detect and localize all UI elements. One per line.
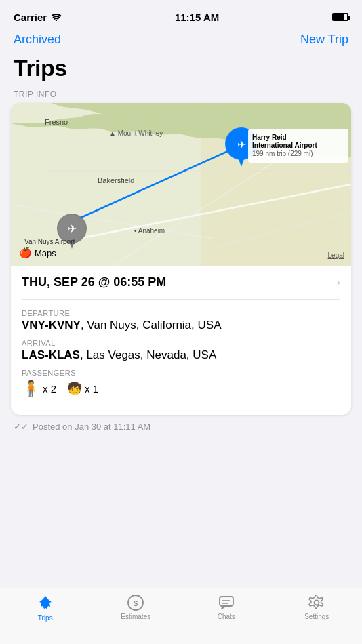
chats-icon — [218, 594, 235, 611]
child-count: x 1 — [85, 383, 98, 395]
arrival-label: ARRIVAL — [22, 339, 340, 347]
arrival-value: LAS-KLAS, Las Vegas, Nevada, USA — [22, 348, 340, 362]
battery-icon — [332, 13, 348, 21]
svg-rect-28 — [220, 597, 233, 606]
svg-text:• Anaheim: • Anaheim — [134, 227, 165, 235]
chevron-right-icon: › — [336, 275, 340, 289]
svg-text:Fresno: Fresno — [45, 118, 68, 126]
tab-settings[interactable]: Settings — [272, 594, 363, 620]
legal-label: Legal — [328, 251, 344, 259]
arrival-location: , Las Vegas, Nevada, USA — [80, 348, 216, 361]
adult-passenger: 🧍 x 2 — [22, 380, 56, 397]
page-title-area: Trips — [0, 52, 362, 89]
tab-estimates-label: Estimates — [121, 613, 150, 620]
svg-text:International Airport: International Airport — [252, 142, 317, 149]
tab-chats[interactable]: Chats — [181, 594, 272, 620]
svg-text:✈: ✈ — [68, 223, 77, 235]
departure-block: DEPARTURE VNY-KVNY, Van Nuys, California… — [22, 309, 340, 332]
tab-estimates[interactable]: $ Estimates — [91, 594, 182, 620]
svg-text:Van Nuys Airport: Van Nuys Airport — [24, 238, 75, 245]
status-bar: Carrier 11:15 AM — [0, 0, 362, 30]
wifi-icon — [51, 13, 62, 21]
nav-bar: Archived New Trip — [0, 30, 362, 52]
passengers-label: PASSENGERS — [22, 369, 340, 377]
new-trip-button[interactable]: New Trip — [300, 33, 348, 47]
svg-point-0 — [56, 20, 57, 21]
carrier-signal: Carrier — [14, 12, 62, 23]
tab-chats-label: Chats — [218, 613, 235, 620]
trips-icon — [36, 594, 55, 613]
tab-trips[interactable]: Trips — [0, 594, 91, 622]
departure-code: VNY-KVNY — [22, 319, 81, 331]
departure-location: , Van Nuys, California, USA — [81, 319, 222, 331]
section-label: TRIP INFO — [0, 89, 362, 103]
page-title: Trips — [14, 55, 348, 81]
trip-datetime-row[interactable]: THU, SEP 26 @ 06:55 PM › — [22, 275, 340, 300]
svg-text:$: $ — [134, 599, 138, 607]
tab-settings-label: Settings — [304, 613, 329, 620]
departure-value: VNY-KVNY, Van Nuys, California, USA — [22, 319, 340, 332]
child-icon: 🧒 — [67, 381, 82, 396]
tab-trips-label: Trips — [38, 614, 53, 622]
trip-details: THU, SEP 26 @ 06:55 PM › DEPARTURE VNY-K… — [11, 266, 351, 415]
passengers-block: PASSENGERS 🧍 x 2 🧒 x 1 — [22, 369, 340, 397]
settings-icon — [308, 594, 325, 611]
arrival-block: ARRIVAL LAS-KLAS, Las Vegas, Nevada, USA — [22, 339, 340, 362]
status-time: 11:15 AM — [175, 12, 219, 23]
double-check-icon: ✓✓ — [14, 422, 28, 432]
trip-datetime: THU, SEP 26 @ 06:55 PM — [22, 275, 166, 289]
tab-bar: Trips $ Estimates Chats Settings — [0, 588, 362, 644]
adult-icon: 🧍 — [22, 380, 40, 397]
arrival-code: LAS-KLAS — [22, 348, 80, 361]
archived-button[interactable]: Archived — [14, 33, 61, 47]
svg-text:199 nm trip (229 mi): 199 nm trip (229 mi) — [252, 150, 313, 157]
map-area: Fresno ▲ Mount Whitney Bakersfield • Ana… — [11, 103, 351, 266]
svg-text:Harry Reid: Harry Reid — [252, 134, 287, 141]
adult-count: x 2 — [43, 383, 56, 395]
svg-text:✈: ✈ — [237, 139, 246, 150]
posted-row: ✓✓ Posted on Jan 30 at 11:11 AM — [0, 415, 362, 441]
svg-point-31 — [315, 601, 319, 605]
apple-icon: 🍎 — [19, 247, 32, 259]
passengers-row: 🧍 x 2 🧒 x 1 — [22, 380, 340, 397]
map-svg: Fresno ▲ Mount Whitney Bakersfield • Ana… — [11, 103, 351, 266]
child-passenger: 🧒 x 1 — [67, 381, 98, 396]
departure-label: DEPARTURE — [22, 309, 340, 317]
trip-card[interactable]: Fresno ▲ Mount Whitney Bakersfield • Ana… — [11, 103, 351, 415]
posted-text: Posted on Jan 30 at 11:11 AM — [33, 422, 150, 432]
battery-indicator — [332, 13, 348, 21]
estimates-icon: $ — [127, 594, 144, 611]
carrier-text: Carrier — [14, 12, 47, 23]
svg-text:Bakersfield: Bakersfield — [98, 176, 134, 184]
svg-text:▲ Mount Whitney: ▲ Mount Whitney — [109, 129, 163, 137]
apple-maps-label: 🍎 Maps — [19, 247, 56, 259]
